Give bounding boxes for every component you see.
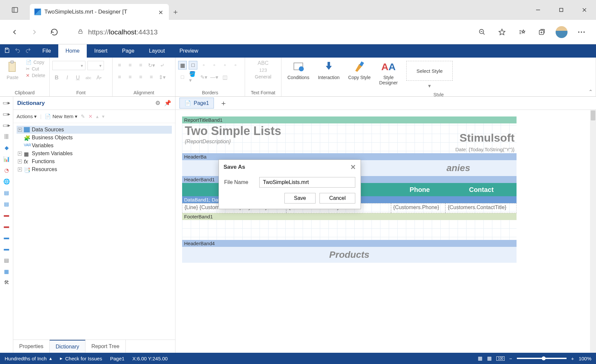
file-name-input[interactable] bbox=[259, 177, 355, 188]
delete-button[interactable]: ✕Delete bbox=[25, 72, 46, 79]
check-issues[interactable]: ▸ Check for Issues bbox=[60, 355, 102, 361]
ribbon-tab-home[interactable]: Home bbox=[58, 44, 87, 58]
font-color-button[interactable]: A▾ bbox=[95, 73, 103, 82]
panel-tab-properties[interactable]: Properties bbox=[13, 340, 50, 353]
font-family-combo[interactable]: ▾ bbox=[52, 61, 85, 70]
border-right-button[interactable]: ▫ bbox=[221, 61, 229, 69]
new-item-dropdown[interactable]: 📄 New Item ▾ bbox=[45, 114, 77, 119]
report-date[interactable]: Date: {Today.ToString("Y")} bbox=[455, 147, 515, 152]
tool-container-icon[interactable]: ▤ bbox=[2, 200, 11, 208]
bold-button[interactable]: B bbox=[52, 73, 61, 82]
tool-gauge-icon[interactable]: ◔ bbox=[2, 166, 11, 174]
band-header3[interactable]: HeaderBa bbox=[182, 153, 517, 160]
line-spacing-button[interactable]: ⇕▾ bbox=[158, 73, 166, 81]
align-right-button[interactable]: ≡ bbox=[136, 73, 145, 81]
view-mode-1-icon[interactable]: ▦ bbox=[478, 355, 482, 361]
shadow-button[interactable]: ◫ bbox=[221, 73, 229, 81]
brand-text[interactable]: Stimulsoft bbox=[460, 131, 515, 144]
border-color-button[interactable]: ✎▾ bbox=[199, 73, 208, 81]
profile-avatar[interactable] bbox=[554, 24, 570, 40]
new-tab-button[interactable]: ＋ bbox=[169, 4, 182, 20]
back-button[interactable] bbox=[7, 24, 23, 40]
tool-blue1-icon[interactable]: ▬ bbox=[2, 234, 11, 242]
save-button[interactable]: Save bbox=[284, 193, 316, 204]
ribbon-tab-insert[interactable]: Insert bbox=[87, 44, 115, 58]
interaction-button[interactable]: Interaction bbox=[315, 59, 343, 81]
up-icon[interactable]: ▴ bbox=[96, 114, 99, 119]
tree-item-system-variables[interactable]: +▦System Variables bbox=[17, 150, 172, 158]
text-format-button[interactable]: ABC 123 General bbox=[252, 59, 275, 81]
tab-actions-icon[interactable] bbox=[0, 0, 30, 20]
border-top-button[interactable]: ▫ bbox=[210, 61, 219, 69]
tool-settings-icon[interactable]: 🛠 bbox=[2, 279, 11, 287]
wrap-button[interactable]: ⤶ bbox=[158, 61, 166, 69]
border-left-button[interactable]: ▫ bbox=[199, 61, 208, 69]
border-outline-button[interactable]: □ bbox=[178, 73, 187, 81]
favorite-icon[interactable] bbox=[494, 24, 510, 40]
undo-icon[interactable] bbox=[15, 47, 21, 55]
cancel-button[interactable]: Cancel bbox=[320, 193, 355, 204]
minimize-button[interactable] bbox=[526, 0, 550, 20]
maximize-button[interactable] bbox=[550, 0, 573, 20]
ribbon-tab-layout[interactable]: Layout bbox=[142, 44, 172, 58]
align-bottom-button[interactable]: ≡ bbox=[136, 61, 145, 69]
style-designer-button[interactable]: AA Style Designer bbox=[376, 59, 401, 87]
down-icon[interactable]: ▾ bbox=[102, 114, 105, 119]
view-mode-3-icon[interactable]: 100 bbox=[496, 356, 505, 361]
more-icon[interactable] bbox=[573, 24, 589, 40]
tool-cross-icon[interactable]: ▦ bbox=[2, 267, 11, 275]
redo-icon[interactable] bbox=[25, 47, 31, 55]
copy-button[interactable]: 📄Copy bbox=[25, 59, 46, 66]
tool-shape-icon[interactable]: ◆ bbox=[2, 144, 11, 152]
tool-red1-icon[interactable]: ▬ bbox=[2, 211, 11, 219]
address-bar[interactable]: https://localhost:44313 bbox=[73, 25, 464, 39]
align-left-button[interactable]: ≡ bbox=[115, 73, 124, 81]
unit-selector[interactable]: Hundredths of Inch ▴ bbox=[5, 355, 52, 361]
tree-item-resources[interactable]: +📑Resources bbox=[17, 165, 172, 173]
zoom-out-button[interactable]: − bbox=[509, 356, 512, 361]
tool-panel-icon[interactable]: ▤ bbox=[2, 189, 11, 197]
tool-red2-icon[interactable]: ▬ bbox=[2, 222, 11, 230]
italic-button[interactable]: I bbox=[63, 73, 72, 82]
ribbon-tab-file[interactable]: File bbox=[35, 44, 58, 58]
delete-tree-icon[interactable]: ✕ bbox=[88, 114, 93, 119]
border-all-button[interactable]: ▦ bbox=[178, 61, 187, 69]
tree-item-functions[interactable]: +fxFunctions bbox=[17, 158, 172, 165]
close-tab-icon[interactable]: ✕ bbox=[158, 9, 164, 15]
tool-chart-icon[interactable]: 📊 bbox=[2, 155, 11, 163]
rotate-button[interactable]: ↻▾ bbox=[147, 61, 156, 69]
align-middle-button[interactable]: ≡ bbox=[126, 61, 134, 69]
tool-map-icon[interactable]: 🌐 bbox=[2, 177, 11, 185]
actions-dropdown[interactable]: Actions ▾ bbox=[17, 114, 37, 119]
tool-barcode-icon[interactable]: ||| bbox=[2, 132, 11, 140]
align-justify-button[interactable]: ≡ bbox=[147, 73, 156, 81]
edit-icon[interactable]: ✎ bbox=[81, 114, 85, 119]
close-window-button[interactable] bbox=[573, 0, 596, 20]
browser-tab[interactable]: TwoSimpleLists.mrt - Designer [T ✕ bbox=[30, 4, 169, 20]
font-size-combo[interactable]: ▾ bbox=[87, 61, 104, 70]
tool-blue2-icon[interactable]: ▬ bbox=[2, 245, 11, 253]
border-bottom-button[interactable]: ▫ bbox=[231, 61, 240, 69]
save-icon[interactable] bbox=[4, 47, 10, 55]
tool-cursor-icon[interactable]: ▭▸ bbox=[2, 99, 11, 107]
collapse-ribbon-icon[interactable]: ⌃ bbox=[588, 89, 593, 95]
select-style-button[interactable]: Select Style bbox=[406, 61, 453, 81]
underline-button[interactable]: U bbox=[74, 73, 82, 82]
panel-tab-report-tree[interactable]: Report Tree bbox=[85, 340, 125, 353]
band-report-title[interactable]: ReportTitleBand1 bbox=[182, 116, 517, 123]
align-center-button[interactable]: ≡ bbox=[126, 73, 134, 81]
tool-sub-icon[interactable]: ▤ bbox=[2, 256, 11, 264]
style-dropdown-icon[interactable]: ▾ bbox=[428, 83, 431, 89]
view-mode-2-icon[interactable]: ▦ bbox=[487, 355, 492, 361]
refresh-button[interactable] bbox=[46, 24, 62, 40]
border-style-button[interactable]: —▾ bbox=[210, 73, 219, 81]
band-header4[interactable]: HeaderBand4 bbox=[182, 240, 517, 247]
copy-style-button[interactable]: Copy Style bbox=[345, 59, 374, 81]
tool-image-icon[interactable]: ▭▸ bbox=[2, 121, 11, 129]
favorites-bar-icon[interactable] bbox=[514, 24, 530, 40]
tool-text-icon[interactable]: ▭▸ bbox=[2, 110, 11, 118]
pin-icon[interactable]: 📌 bbox=[164, 100, 171, 107]
paste-button[interactable]: Paste bbox=[3, 59, 23, 81]
zoom-slider[interactable] bbox=[517, 358, 567, 359]
ribbon-tab-preview[interactable]: Preview bbox=[172, 44, 206, 58]
